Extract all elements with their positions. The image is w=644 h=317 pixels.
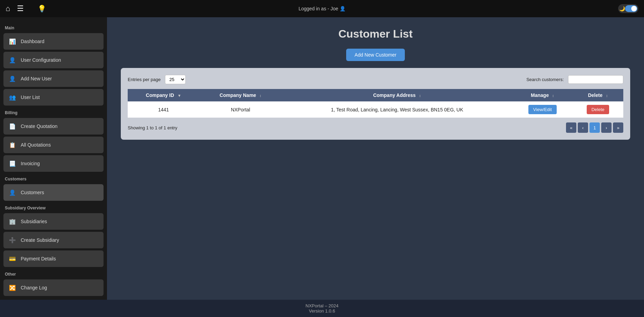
toggle-switch[interactable] xyxy=(625,5,637,12)
pagination: « ‹ 1 › » xyxy=(566,122,623,133)
table-controls: Entries per page 10 25 50 100 Search cus… xyxy=(128,75,623,84)
sort-icon-delete: ↕ xyxy=(606,93,608,98)
sidebar-section-main: Main xyxy=(3,23,104,32)
sidebar-item-label-user-list: User List xyxy=(21,95,40,100)
sort-icon-manage: ↕ xyxy=(552,93,554,98)
cell-manage: View/Edit xyxy=(513,101,573,118)
sidebar-item-all-quotations[interactable]: 📋All Quotations xyxy=(3,137,104,153)
topbar-left: ⌂ ☰ 💡 xyxy=(6,4,46,13)
sidebar-section-subsidiary-overview: Subsidiary Overview xyxy=(3,203,104,212)
cell-company-address: 1, Test Road, Lancing, Lancing, West Sus… xyxy=(282,101,513,118)
all-quotations-icon: 📋 xyxy=(8,140,17,150)
add-new-user-icon: 👤 xyxy=(8,74,17,83)
col-manage: Manage ↕ xyxy=(513,89,573,101)
sidebar: Main📊Dashboard👤User Configuration👤Add Ne… xyxy=(0,17,107,300)
lightbulb-icon: 💡 xyxy=(38,4,46,13)
subsidiaries-icon: 🏢 xyxy=(8,217,17,226)
sidebar-item-label-payment-details: Payment Details xyxy=(21,256,56,261)
user-configuration-icon: 👤 xyxy=(8,55,17,65)
sidebar-item-payment-details[interactable]: 💳Payment Details xyxy=(3,250,104,267)
footer-line1: NXPortal – 2024 xyxy=(3,303,641,308)
pagination-prev[interactable]: ‹ xyxy=(578,122,588,133)
sidebar-item-label-dashboard: Dashboard xyxy=(21,39,45,44)
view-edit-button[interactable]: View/Edit xyxy=(528,105,557,114)
theme-toggle[interactable]: 🌙 xyxy=(618,4,638,13)
customer-table: Company ID ▼ Company Name ↕ Company Addr… xyxy=(128,89,623,118)
pagination-last[interactable]: » xyxy=(613,122,623,133)
cell-company-id: 1441 xyxy=(128,101,199,118)
menu-icon[interactable]: ☰ xyxy=(17,4,24,13)
main-layout: Main📊Dashboard👤User Configuration👤Add Ne… xyxy=(0,17,644,300)
sidebar-item-label-invoicing: Invoicing xyxy=(21,161,40,166)
sidebar-item-label-all-quotations: All Quotations xyxy=(21,142,51,148)
sidebar-item-dashboard[interactable]: 📊Dashboard xyxy=(3,33,104,50)
col-delete: Delete ↕ xyxy=(573,89,623,101)
sidebar-item-add-new-user[interactable]: 👤Add New User xyxy=(3,70,104,87)
table-row: 1441NXPortal1, Test Road, Lancing, Lanci… xyxy=(128,101,623,118)
table-card: Entries per page 10 25 50 100 Search cus… xyxy=(121,68,630,140)
sidebar-item-label-create-quotation: Create Quotation xyxy=(21,123,58,129)
topbar: ⌂ ☰ 💡 Logged in as - Joe 👤 🌙 xyxy=(0,0,644,17)
user-list-icon: 👥 xyxy=(8,92,17,102)
entries-label: Entries per page xyxy=(128,77,160,82)
delete-button[interactable]: Delete xyxy=(587,105,609,114)
col-company-name: Company Name ↕ xyxy=(199,89,282,101)
sidebar-section-other: Other xyxy=(3,269,104,278)
search-label: Search customers: xyxy=(526,77,564,82)
table-header: Company ID ▼ Company Name ↕ Company Addr… xyxy=(128,89,623,101)
sidebar-item-change-log[interactable]: 🔀Change Log xyxy=(3,279,104,296)
sidebar-item-label-add-new-user: Add New User xyxy=(21,76,52,81)
content-area: Customer List Add New Customer Entries p… xyxy=(107,17,644,300)
entries-per-page-control: Entries per page 10 25 50 100 xyxy=(128,75,186,84)
moon-icon: 🌙 xyxy=(619,6,625,11)
pagination-first[interactable]: « xyxy=(566,122,576,133)
sidebar-item-customers[interactable]: 👤Customers xyxy=(3,184,104,201)
change-log-icon: 🔀 xyxy=(8,283,17,293)
search-input[interactable] xyxy=(568,75,623,84)
sidebar-item-invoicing[interactable]: 📃Invoicing xyxy=(3,155,104,172)
table-header-row: Company ID ▼ Company Name ↕ Company Addr… xyxy=(128,89,623,101)
table-body: 1441NXPortal1, Test Road, Lancing, Lanci… xyxy=(128,101,623,118)
sidebar-item-create-quotation[interactable]: 📄Create Quotation xyxy=(3,118,104,135)
sidebar-item-label-subsidiaries: Subsidiaries xyxy=(21,219,47,224)
sidebar-item-label-user-configuration: User Configuration xyxy=(21,57,61,63)
sidebar-item-label-customers: Customers xyxy=(21,190,44,195)
col-company-address: Company Address ↕ xyxy=(282,89,513,101)
topbar-right: 🌙 xyxy=(618,4,638,13)
sidebar-section-customers: Customers xyxy=(3,174,104,183)
sidebar-item-subsidiaries[interactable]: 🏢Subsidiaries xyxy=(3,213,104,230)
home-icon[interactable]: ⌂ xyxy=(6,4,10,13)
entries-per-page-select[interactable]: 10 25 50 100 xyxy=(165,75,186,84)
create-quotation-icon: 📄 xyxy=(8,121,17,131)
showing-text: Showing 1 to 1 of 1 entry xyxy=(128,125,177,130)
search-control: Search customers: xyxy=(526,75,623,84)
payment-details-icon: 💳 xyxy=(8,254,17,264)
cell-company-name: NXPortal xyxy=(199,101,282,118)
invoicing-icon: 📃 xyxy=(8,159,17,168)
sidebar-item-label-create-subsidiary: Create Subsidiary xyxy=(21,237,59,243)
page-title: Customer List xyxy=(121,28,630,40)
cell-delete: Delete xyxy=(573,101,623,118)
col-company-id: Company ID ▼ xyxy=(128,89,199,101)
sidebar-section-billing: Billing xyxy=(3,108,104,117)
customers-icon: 👤 xyxy=(8,188,17,197)
dashboard-icon: 📊 xyxy=(8,37,17,46)
table-footer: Showing 1 to 1 of 1 entry « ‹ 1 › » xyxy=(128,122,623,133)
footer: NXPortal – 2024 Version 1.0.6 xyxy=(0,300,644,317)
sort-icon-company-name: ↕ xyxy=(260,93,262,98)
sidebar-item-create-subsidiary[interactable]: ➕Create Subsidiary xyxy=(3,232,104,248)
footer-line2: Version 1.0.6 xyxy=(3,308,641,314)
pagination-next[interactable]: › xyxy=(601,122,612,133)
sidebar-item-label-change-log: Change Log xyxy=(21,285,47,290)
sidebar-item-user-list[interactable]: 👥User List xyxy=(3,89,104,106)
create-subsidiary-icon: ➕ xyxy=(8,235,17,245)
add-new-customer-button[interactable]: Add New Customer xyxy=(346,49,404,61)
logged-in-text: Logged in as - Joe 👤 xyxy=(299,6,345,11)
pagination-current[interactable]: 1 xyxy=(589,122,600,133)
sort-icon-company-id: ▼ xyxy=(177,93,181,98)
sort-icon-company-address: ↕ xyxy=(419,93,421,98)
sidebar-item-user-configuration[interactable]: 👤User Configuration xyxy=(3,52,104,68)
